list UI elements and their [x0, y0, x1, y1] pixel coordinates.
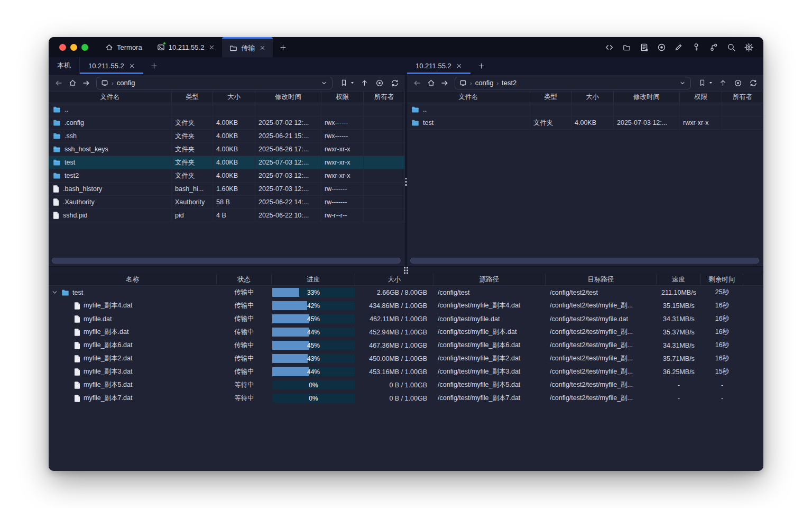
- horizontal-splitter-grip[interactable]: [404, 267, 408, 274]
- caret-down-icon[interactable]: [350, 80, 355, 85]
- right-tab-10-211-55-2[interactable]: 10.211.55.2: [407, 57, 470, 74]
- back-icon[interactable]: [411, 77, 423, 89]
- column-header[interactable]: 大小: [355, 274, 433, 285]
- transfer-row[interactable]: test传输中33%2.66GB / 8.00GB/config/test/co…: [49, 286, 763, 299]
- parent-directory-icon[interactable]: [358, 77, 370, 89]
- file-row[interactable]: .ssh文件夹4.00KB2025-06-21 15:...rwx------: [49, 130, 405, 143]
- column-header[interactable]: 文件名: [49, 92, 172, 103]
- file-row[interactable]: ..: [49, 103, 405, 116]
- right-new-tab-button[interactable]: [470, 57, 492, 74]
- right-breadcrumb[interactable]: ›config›test2: [455, 77, 691, 89]
- snippets-icon[interactable]: [638, 41, 650, 53]
- breadcrumb-segment[interactable]: test2: [502, 79, 516, 87]
- file-row[interactable]: test2文件夹4.00KB2025-07-03 12:...rwxr-xr-x: [49, 169, 405, 183]
- window-tab-termora[interactable]: Termora: [98, 37, 150, 57]
- transfer-row[interactable]: myfile_副本7.dat等待中0%0 B / 1.00GB/config/t…: [49, 392, 763, 405]
- close-icon[interactable]: [260, 45, 265, 51]
- file-row[interactable]: .XauthorityXauthority58 B2025-06-22 14:.…: [49, 196, 405, 209]
- column-header[interactable]: 剩余时间: [701, 274, 743, 285]
- window-tab--[interactable]: 传输: [222, 37, 273, 57]
- column-header[interactable]: 进度: [272, 274, 355, 285]
- show-hidden-eye-icon[interactable]: [732, 77, 744, 89]
- left-horizontal-scrollbar[interactable]: [52, 258, 401, 264]
- refresh-icon[interactable]: [389, 77, 401, 89]
- file-row[interactable]: ssh_host_keys文件夹4.00KB2025-06-26 17:...r…: [49, 143, 405, 156]
- file-row[interactable]: test文件夹4.00KB2025-07-03 12:...rwxr-xr-x: [407, 116, 763, 130]
- bookmark-control[interactable]: [338, 77, 355, 89]
- bookmark-control[interactable]: [696, 77, 713, 89]
- refresh-icon[interactable]: [748, 77, 759, 89]
- column-header[interactable]: 速度: [657, 274, 701, 285]
- file-row[interactable]: sshd.pidpid4 B2025-06-22 10:...rw-r--r--: [49, 209, 405, 222]
- column-header[interactable]: 大小: [213, 92, 255, 103]
- horizontal-splitter[interactable]: [49, 266, 763, 274]
- chevron-expand-icon[interactable]: [51, 289, 58, 296]
- file-row[interactable]: test文件夹4.00KB2025-07-03 12:...rwxr-xr-x: [49, 156, 405, 169]
- home-icon[interactable]: [67, 77, 78, 89]
- transfer-spare-cell: [743, 339, 763, 352]
- column-header[interactable]: 大小: [571, 92, 614, 103]
- folder-icon[interactable]: [620, 41, 633, 53]
- column-header[interactable]: 修改时间: [255, 92, 321, 103]
- keychain-icon[interactable]: [707, 41, 720, 53]
- transfer-row[interactable]: myfile_副本3.dat传输中44%453.16MB / 1.00GB/co…: [49, 365, 763, 378]
- column-header[interactable]: 所有者: [722, 92, 763, 103]
- right-horizontal-scrollbar[interactable]: [410, 258, 759, 264]
- new-window-tab-button[interactable]: [273, 37, 293, 57]
- file-size-cell: 4.00KB: [213, 169, 255, 183]
- bookmark-icon[interactable]: [338, 77, 349, 89]
- column-header[interactable]: 文件名: [407, 92, 530, 103]
- column-header[interactable]: 类型: [530, 92, 571, 103]
- close-icon[interactable]: [129, 63, 135, 69]
- settings-icon[interactable]: [742, 41, 755, 53]
- code-icon[interactable]: [603, 41, 615, 53]
- column-header[interactable]: 目标路径: [546, 274, 657, 285]
- transfer-row[interactable]: myfile_副本4.dat传输中42%434.86MB / 1.00GB/co…: [49, 299, 763, 312]
- caret-down-icon[interactable]: [708, 80, 713, 85]
- file-size-cell: 4.00KB: [213, 156, 255, 169]
- column-header[interactable]: 修改时间: [614, 92, 680, 103]
- left-new-tab-button[interactable]: [143, 57, 165, 74]
- column-header[interactable]: 所有者: [364, 92, 405, 103]
- file-row[interactable]: .bash_historybash_hi...1.60KB2025-07-03 …: [49, 183, 405, 196]
- file-row[interactable]: ..: [407, 103, 763, 116]
- chevron-down-icon[interactable]: [679, 79, 686, 87]
- left-tab-10-211-55-2[interactable]: 10.211.55.2: [80, 57, 143, 74]
- column-header[interactable]: 权限: [680, 92, 722, 103]
- column-header[interactable]: 状态: [217, 274, 272, 285]
- bookmark-icon[interactable]: [696, 77, 708, 89]
- close-icon[interactable]: [209, 44, 215, 50]
- breadcrumb-segment[interactable]: config: [117, 79, 135, 87]
- window-tab-10-211-55-2[interactable]: 10.211.55.2: [150, 37, 223, 57]
- column-header[interactable]: 类型: [172, 92, 213, 103]
- column-header[interactable]: [743, 274, 763, 285]
- transfer-row[interactable]: myfile_副本2.dat传输中43%450.00MB / 1.00GB/co…: [49, 352, 763, 365]
- back-icon[interactable]: [53, 77, 64, 89]
- record-icon[interactable]: [655, 41, 668, 53]
- minimize-window-button[interactable]: [70, 44, 77, 51]
- column-header[interactable]: 权限: [321, 92, 364, 103]
- parent-directory-icon[interactable]: [717, 77, 728, 89]
- close-window-button[interactable]: [59, 44, 66, 51]
- column-header[interactable]: 源路径: [433, 274, 546, 285]
- transfer-row[interactable]: myfile.dat传输中45%462.11MB / 1.00GB/config…: [49, 312, 763, 325]
- home-icon[interactable]: [425, 77, 437, 89]
- transfer-row[interactable]: myfile_副本5.dat等待中0%0 B / 1.00GB/config/t…: [49, 378, 763, 392]
- key-icon[interactable]: [690, 41, 703, 53]
- forward-icon[interactable]: [439, 77, 450, 89]
- transfer-status-cell: 传输中: [217, 352, 272, 365]
- transfer-row[interactable]: myfile_副本.dat传输中44%452.94MB / 1.00GB/con…: [49, 325, 763, 339]
- column-header[interactable]: 名称: [49, 274, 217, 285]
- breadcrumb-segment[interactable]: config: [475, 79, 494, 87]
- transfer-row[interactable]: myfile_副本6.dat传输中45%467.36MB / 1.00GB/co…: [49, 339, 763, 352]
- file-row[interactable]: .config文件夹4.00KB2025-07-02 12:...rwx----…: [49, 116, 405, 130]
- chevron-down-icon[interactable]: [320, 79, 328, 87]
- forward-icon[interactable]: [80, 77, 92, 89]
- left-breadcrumb[interactable]: ›config: [96, 77, 333, 89]
- left-tab--[interactable]: 本机: [49, 57, 80, 74]
- search-icon[interactable]: [725, 41, 737, 53]
- edit-icon[interactable]: [672, 41, 685, 53]
- show-hidden-eye-icon[interactable]: [374, 77, 385, 89]
- zoom-window-button[interactable]: [81, 44, 88, 51]
- close-icon[interactable]: [456, 63, 462, 69]
